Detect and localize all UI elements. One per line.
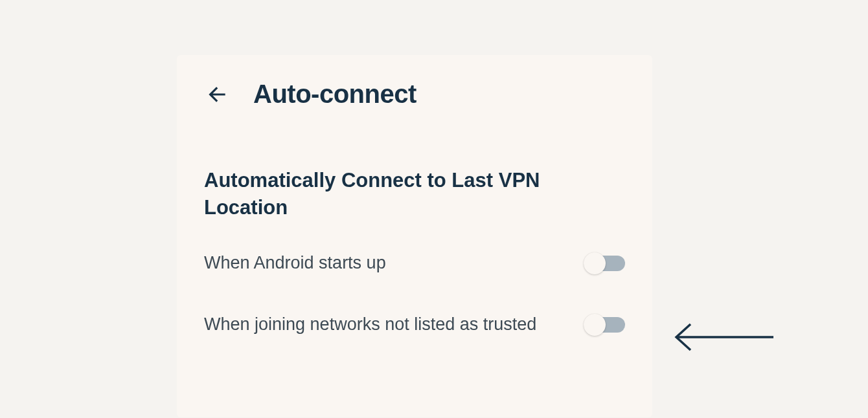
setting-label: When Android starts up xyxy=(204,251,386,276)
arrow-left-icon xyxy=(205,82,229,107)
section-heading: Automatically Connect to Last VPN Locati… xyxy=(204,167,580,221)
toggle-thumb xyxy=(584,314,606,336)
setting-label: When joining networks not listed as trus… xyxy=(204,313,536,337)
setting-row-android-startup[interactable]: When Android starts up xyxy=(204,251,625,276)
toggle-android-startup[interactable] xyxy=(585,254,625,272)
setting-row-untrusted-networks[interactable]: When joining networks not listed as trus… xyxy=(204,313,625,337)
settings-card: Auto-connect Automatically Connect to La… xyxy=(177,55,652,417)
page-title: Auto-connect xyxy=(253,80,417,109)
toggle-untrusted-networks[interactable] xyxy=(585,316,625,334)
header-bar: Auto-connect xyxy=(204,80,625,109)
annotation-arrow-icon xyxy=(665,321,781,353)
toggle-thumb xyxy=(584,252,606,274)
back-button[interactable] xyxy=(204,82,230,107)
